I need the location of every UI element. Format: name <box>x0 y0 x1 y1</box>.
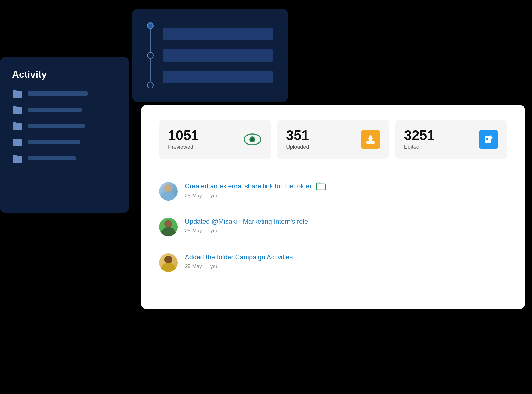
folder-icon-4 <box>12 138 23 147</box>
activity-date-2: 25-May <box>185 228 202 234</box>
avatar-head-1 <box>164 184 172 192</box>
activity-content-2: Updated @Misaki - Marketing Intern's rol… <box>185 218 507 234</box>
folder-row-3 <box>12 121 117 130</box>
scene: Activity <box>0 0 532 394</box>
avatar-3 <box>159 253 178 272</box>
activity-text-3: Added the folder Campaign Activities <box>185 253 293 261</box>
avatar-head-3 <box>164 256 172 264</box>
folder-row-1 <box>12 89 117 98</box>
folder-link-icon <box>316 182 326 190</box>
activity-user-2: you <box>210 228 218 234</box>
stat-label-edited: Edited <box>404 144 435 150</box>
activity-content-1: Created an external share link for the f… <box>185 182 507 199</box>
timeline-bar-2 <box>163 49 273 62</box>
folder-bar-1 <box>28 91 88 96</box>
stat-number-uploaded: 351 <box>286 128 309 142</box>
stat-number-previewed: 1051 <box>168 128 199 142</box>
activity-sep-1: | <box>206 193 207 199</box>
folder-bar-2 <box>28 108 82 112</box>
folder-bar-4 <box>28 140 80 144</box>
activity-card: Activity <box>0 57 129 213</box>
activity-item-3: Added the folder Campaign Activities 25-… <box>159 245 507 280</box>
edit-icon <box>482 133 495 146</box>
folder-icon-3 <box>12 121 23 130</box>
activity-user-1: you <box>210 193 218 199</box>
stat-label-previewed: Previewed <box>168 144 199 150</box>
activity-item-2: Updated @Misaki - Marketing Intern's rol… <box>159 209 507 245</box>
activity-card-title: Activity <box>12 69 117 80</box>
avatar-body-3 <box>161 263 176 272</box>
timeline-card <box>132 9 288 102</box>
activity-text-row-2: Updated @Misaki - Marketing Intern's rol… <box>185 218 507 225</box>
previewed-icon-wrap <box>243 130 262 149</box>
timeline-dot-1 <box>147 22 154 29</box>
activity-list: Created an external share link for the f… <box>159 174 507 280</box>
uploaded-icon-wrap <box>361 130 380 149</box>
avatar-body-1 <box>161 191 176 201</box>
main-card: 1051 Previewed 351 Uploaded <box>141 105 525 309</box>
folder-bar-3 <box>28 124 85 128</box>
activity-user-3: you <box>210 264 218 270</box>
timeline-bar-1 <box>163 28 273 40</box>
folder-icon-5 <box>12 154 23 163</box>
folder-bar-5 <box>28 156 76 160</box>
timeline-dots <box>147 22 154 88</box>
timeline-dot-2 <box>147 52 154 59</box>
stats-row: 1051 Previewed 351 Uploaded <box>159 120 507 159</box>
stat-info-edited: 3251 Edited <box>404 128 435 150</box>
avatar-face-2 <box>159 218 178 236</box>
stat-number-edited: 3251 <box>404 128 435 142</box>
folder-icon-1 <box>12 89 23 98</box>
stat-card-uploaded: 351 Uploaded <box>277 120 389 159</box>
folder-row-4 <box>12 138 117 147</box>
folder-row-2 <box>12 105 117 114</box>
upload-icon <box>364 133 377 146</box>
activity-date-3: 25-May <box>185 264 202 270</box>
activity-text-row-3: Added the folder Campaign Activities <box>185 253 507 261</box>
timeline-bars <box>163 28 273 83</box>
avatar-face-3 <box>159 253 178 272</box>
avatar-1 <box>159 182 178 201</box>
svg-rect-4 <box>366 141 375 144</box>
edited-icon-wrap <box>479 130 498 149</box>
activity-meta-1: 25-May | you <box>185 193 507 199</box>
eye-icon <box>244 133 261 145</box>
svg-point-2 <box>251 138 254 141</box>
timeline-bar-3 <box>163 71 273 83</box>
folder-row-5 <box>12 154 117 163</box>
stat-card-edited: 3251 Edited <box>395 120 507 159</box>
folder-icon-2 <box>12 105 23 114</box>
activity-meta-3: 25-May | you <box>185 264 507 270</box>
stat-info-uploaded: 351 Uploaded <box>286 128 309 150</box>
activity-text-1: Created an external share link for the f… <box>185 182 312 190</box>
stat-label-uploaded: Uploaded <box>286 144 309 150</box>
activity-sep-2: | <box>206 228 207 234</box>
avatar-body-2 <box>161 227 176 236</box>
avatar-face-1 <box>159 182 178 201</box>
activity-item-1: Created an external share link for the f… <box>159 174 507 209</box>
activity-text-2: Updated @Misaki - Marketing Intern's rol… <box>185 218 308 225</box>
activity-sep-3: | <box>206 264 207 270</box>
activity-date-1: 25-May <box>185 193 202 199</box>
activity-content-3: Added the folder Campaign Activities 25-… <box>185 253 507 270</box>
activity-meta-2: 25-May | you <box>185 228 507 234</box>
stat-card-previewed: 1051 Previewed <box>159 120 271 159</box>
avatar-2 <box>159 218 178 236</box>
timeline-dot-3 <box>147 82 154 88</box>
activity-text-row-1: Created an external share link for the f… <box>185 182 507 190</box>
stat-info-previewed: 1051 Previewed <box>168 128 199 150</box>
avatar-head-2 <box>164 220 172 228</box>
